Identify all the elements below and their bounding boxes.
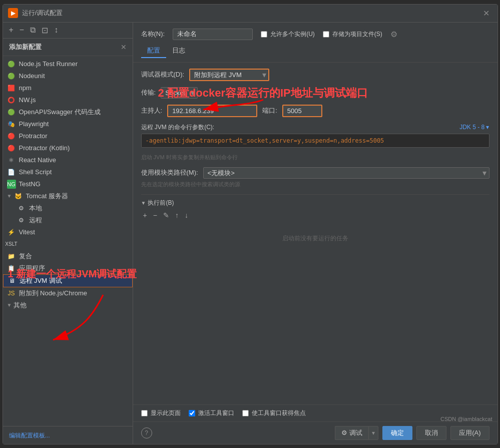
- jvm-args-input[interactable]: [141, 134, 489, 148]
- store-as-project-group: 存储为项目文件(S): [323, 30, 382, 39]
- tree-item-protractor[interactable]: 🔴 Protractor: [3, 130, 133, 142]
- close-button[interactable]: ✕: [480, 8, 492, 19]
- apply-button[interactable]: 应用(A): [450, 426, 489, 440]
- tree-item-label: 应用程序: [19, 264, 45, 273]
- close-panel-button[interactable]: ✕: [121, 43, 127, 51]
- tree-item-vitest[interactable]: ⚡ Vitest: [3, 226, 133, 238]
- tree-item-label: OpenAPI/Swagger 代码生成: [19, 108, 101, 117]
- allow-multiple-checkbox[interactable]: [261, 31, 267, 38]
- before-launch-down-btn[interactable]: ↓: [183, 210, 190, 220]
- copy-config-button[interactable]: ⧉: [28, 25, 38, 36]
- tree-item-label: Node.js Test Runner: [19, 60, 78, 68]
- tree-item-tomcat-remote[interactable]: ⚙ 远程: [3, 214, 133, 226]
- add-config-title: 添加新配置: [9, 43, 42, 52]
- tabs-row: 配置 日志: [141, 44, 489, 58]
- before-launch-empty: 启动前没有要运行的任务: [141, 224, 489, 253]
- xslt-icon: XSLT: [7, 240, 16, 249]
- host-input[interactable]: [167, 105, 257, 117]
- add-config-header: 添加新配置 ✕: [3, 39, 133, 56]
- tree-item-label: Tomcat 服务器: [26, 192, 68, 201]
- transport-label: 传输:: [141, 88, 156, 97]
- focus-window-checkbox[interactable]: [242, 410, 249, 416]
- config-tree: 🟢 Node.js Test Runner 🟢 Nodeunit 🟥 npm ⭕…: [3, 56, 133, 426]
- tree-item-label: Playwright: [19, 120, 49, 128]
- before-launch-edit-btn[interactable]: ✎: [161, 210, 171, 220]
- tree-item-label: 其他: [14, 301, 27, 310]
- jdk-badge[interactable]: JDK 5 - 8 ▾: [459, 124, 489, 131]
- help-button[interactable]: ?: [141, 427, 152, 438]
- activate-window-checkbox[interactable]: [189, 410, 195, 416]
- tree-item-label: Protractor: [19, 132, 48, 140]
- tree-item-label: 远程 JVM 调试: [20, 276, 62, 285]
- tomcat-expand-arrow: ▼: [7, 193, 12, 199]
- tree-item-label: Nodeunit: [19, 72, 45, 80]
- tree-item-testng[interactable]: NG TestNG: [3, 178, 133, 190]
- module-path-select[interactable]: <无模块>: [203, 167, 489, 179]
- port-input[interactable]: [282, 105, 322, 117]
- tree-item-tomcat-local[interactable]: ⚙ 本地: [3, 202, 133, 214]
- tree-item-other-group[interactable]: ▼ 其他: [3, 299, 133, 311]
- tree-item-label: 远程: [29, 216, 42, 225]
- tree-item-react-native[interactable]: ⚛ React Native: [3, 154, 133, 166]
- tree-item-attach-nodejs[interactable]: JS 附加到 Node.js/Chrome: [3, 287, 133, 299]
- before-launch-up-btn[interactable]: ↑: [173, 210, 181, 220]
- tab-log[interactable]: 日志: [166, 44, 191, 58]
- edit-template-link[interactable]: 编辑配置模板...: [9, 432, 50, 439]
- module-path-label: 使用模块类路径(M):: [141, 168, 198, 177]
- tree-item-label: 复合: [19, 252, 32, 261]
- tree-item-label: Vitest: [19, 228, 35, 236]
- tree-item-shell-script[interactable]: 📄 Shell Script: [3, 166, 133, 178]
- tree-item-label: 附加到 Node.js/Chrome: [19, 289, 88, 298]
- tab-config[interactable]: 配置: [141, 44, 166, 58]
- react-native-icon: ⚛: [7, 156, 16, 165]
- port-label: 端口:: [262, 106, 277, 115]
- tree-item-compound[interactable]: 📁 复合: [3, 250, 133, 262]
- debug-dropdown-button[interactable]: ▾: [368, 426, 378, 440]
- move-config-button[interactable]: ⊡: [40, 25, 50, 36]
- tree-item-remote-jvm[interactable]: 🖥 远程 JVM 调试: [3, 274, 133, 287]
- tree-item-protractor-kotlin[interactable]: 🔴 Protractor (Kotlin): [3, 142, 133, 154]
- npm-icon: 🟥: [7, 84, 16, 93]
- tree-item-node-test-runner[interactable]: 🟢 Node.js Test Runner: [3, 58, 133, 70]
- debug-button[interactable]: ⚙ 调试: [335, 426, 368, 440]
- show-page-checkbox[interactable]: [141, 410, 148, 416]
- transport-select[interactable]: Socket: [161, 87, 198, 99]
- right-top-area: 名称(N): 允许多个实例(U) 存储为项目文件(S) ⚙ 配置 日志: [133, 23, 497, 63]
- cancel-button[interactable]: 取消: [416, 426, 446, 440]
- tree-item-xslt[interactable]: XSLT: [3, 238, 133, 250]
- host-label: 主持人:: [141, 106, 163, 115]
- debugger-mode-select[interactable]: 附加到远程 JVM: [189, 69, 269, 81]
- module-hint: 先在选定的模块类路径中搜索调试类的源: [141, 181, 489, 188]
- tree-item-nwjs[interactable]: ⭕ NW.js: [3, 94, 133, 106]
- jvm-args-label: 远程 JVM 的命令行参数(C):: [141, 123, 215, 132]
- name-row: 名称(N): 允许多个实例(U) 存储为项目文件(S) ⚙: [141, 29, 489, 40]
- module-path-select-wrapper: <无模块>: [203, 167, 489, 179]
- tomcat-icon: 🐱: [14, 192, 23, 201]
- tree-item-openapi[interactable]: 🟢 OpenAPI/Swagger 代码生成: [3, 106, 133, 118]
- name-label: 名称(N):: [141, 30, 165, 39]
- allow-multiple-group: 允许多个实例(U): [261, 30, 315, 39]
- sort-config-button[interactable]: ↕: [52, 25, 60, 36]
- before-launch-toggle[interactable]: ▼: [141, 200, 146, 206]
- add-config-button[interactable]: +: [7, 25, 16, 36]
- allow-multiple-label: 允许多个实例(U): [270, 30, 315, 39]
- before-launch-add-btn[interactable]: +: [141, 210, 149, 220]
- before-launch-remove-btn[interactable]: −: [151, 210, 159, 220]
- settings-icon[interactable]: ⚙: [390, 30, 397, 39]
- before-launch-section: ▼ 执行前(B) + − ✎ ↑ ↓ 启动前没有要运行的任务: [141, 194, 489, 253]
- app-icon: ▶: [8, 8, 18, 18]
- right-panel: 名称(N): 允许多个实例(U) 存储为项目文件(S) ⚙ 配置 日志: [133, 23, 497, 444]
- right-content: 调试器模式(D): 附加到远程 JVM 传输: Socket: [133, 63, 497, 404]
- remove-config-button[interactable]: −: [18, 25, 26, 36]
- tree-item-playwright[interactable]: 🎭 Playwright: [3, 118, 133, 130]
- tree-item-npm[interactable]: 🟥 npm: [3, 82, 133, 94]
- show-page-group: 显示此页面: [141, 409, 181, 417]
- name-input[interactable]: [173, 29, 253, 40]
- activate-window-group: 激活工具窗口: [189, 409, 234, 417]
- tree-item-application[interactable]: 📋 应用程序: [3, 262, 133, 274]
- tree-item-tomcat[interactable]: ▼ 🐱 Tomcat 服务器: [3, 190, 133, 202]
- ok-button[interactable]: 确定: [382, 426, 412, 440]
- tree-item-nodeunit[interactable]: 🟢 Nodeunit: [3, 70, 133, 82]
- store-as-project-checkbox[interactable]: [323, 31, 329, 38]
- playwright-icon: 🎭: [7, 120, 16, 129]
